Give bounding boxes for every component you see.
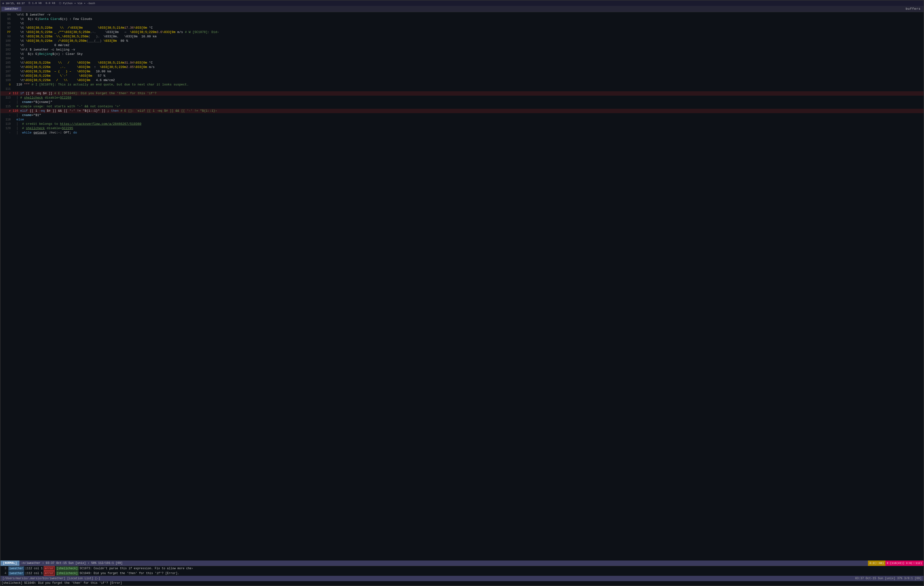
code-line-104: 104 \t bbox=[0, 56, 924, 61]
status-bar: [NORMAL] ‹n/iweather › 03:37 Oct-15 Sun … bbox=[0, 561, 924, 566]
status-warn: ö:2(↑:98) bbox=[868, 561, 885, 566]
bottom-message: [shellcheck] SC1049: Did you forget the … bbox=[0, 581, 924, 586]
loc-status-left: [/Users/marslo/.marslo/bin/iweather] [Lo… bbox=[2, 577, 100, 580]
terminal-window: ⊙ 10/15, 03:37 ⎘ 1.0 kB 0.0 kB ⎔ Python … bbox=[0, 0, 924, 586]
code-line-94: 94 \n\t $ iweather -v bbox=[0, 13, 924, 17]
buffers-label: buffers bbox=[906, 7, 922, 11]
mode-info: ⎔ Python • Vim • -bash bbox=[59, 2, 95, 5]
status-file: ‹n/iweather › 03:37 Oct-15 Sun [unix] › … bbox=[20, 561, 868, 566]
location-status-bar: [/Users/marslo/.marslo/bin/iweather] [Lo… bbox=[0, 576, 924, 581]
code-line-101: 101 \t 0 mW/cm2 bbox=[0, 43, 924, 48]
code-line-102: 102 \n\t $ iweather -c beijing -v bbox=[0, 48, 924, 52]
mem-info: ⎘ 1.0 kB bbox=[29, 2, 41, 5]
code-line-118: 118 else bbox=[0, 118, 924, 122]
code-line-95: 95 \t $(c G)Santa Clara$(c) : Few Clouds bbox=[0, 17, 924, 22]
clock: ⊙ 10/15, 03:37 bbox=[2, 2, 25, 5]
code-line-108: 108 \t\033[38;5;226m \`-' \033[0m 57 % bbox=[0, 74, 924, 78]
code-line-114: - │ cname="${cname}" bbox=[0, 100, 924, 104]
code-line-112: ✗ 112 if [[ 0 -eq $# ]] # E [SC1049]: Di… bbox=[0, 91, 924, 96]
location-item-3: 3 iweather | 112 col 1 error [shellcheck… bbox=[0, 566, 924, 571]
title-bar: ⊙ 10/15, 03:37 ⎘ 1.0 kB 0.0 kB ⎔ Python … bbox=[0, 0, 924, 6]
code-line-96: 96 \t bbox=[0, 22, 924, 26]
code-line-106: 106 \t\033[38;5;226m .-. \033[0m ↑ \033[… bbox=[0, 65, 924, 70]
code-line-117: - │ cname="$1" bbox=[0, 113, 924, 118]
code-line-121: - │ while getopts :hvc:-: OPT; do bbox=[0, 131, 924, 135]
tab-iweather[interactable]: iweather bbox=[2, 7, 21, 11]
code-line-119: 119 │ # credit belongs to https://stacko… bbox=[0, 122, 924, 126]
mem-info2: 0.0 kB bbox=[46, 2, 55, 5]
code-line-98: PP \t \033[38;5;226m _ /""\033[38;5;250m… bbox=[0, 30, 924, 35]
location-list: 3 iweather | 112 col 1 error [shellcheck… bbox=[0, 566, 924, 586]
code-view[interactable]: 94 \n\t $ iweather -v 95 \t $(c G)Santa … bbox=[0, 12, 924, 561]
code-line-97: 97 \t \033[38;5;226m \\ /\033[0m \033[38… bbox=[0, 26, 924, 30]
code-line-107: 107 \t\033[38;5;226m – ( ) – \033[0m 10.… bbox=[0, 70, 924, 74]
editor-area: iweather buffers 94 \n\t $ iweather -v bbox=[0, 6, 924, 586]
tab-bar: iweather buffers bbox=[0, 6, 924, 12]
code-line-110: ö 110 """ # I [SC1079]: This is actually… bbox=[0, 83, 924, 87]
code-line-111: 111 bbox=[0, 87, 924, 91]
code-line-116: ✗ 116 elif [[ 1 -eq $# ]] && [[ '-' != "… bbox=[0, 109, 924, 113]
status-mode: [NORMAL] bbox=[0, 561, 20, 566]
code-line-115: 115 # simple usage: not starts with '-' … bbox=[0, 104, 924, 109]
code-content: 94 \n\t $ iweather -v 95 \t $(c G)Santa … bbox=[0, 12, 924, 561]
location-item-4: 4 iweather | 112 col 1 error [shellcheck… bbox=[0, 571, 924, 576]
code-line-105: 105 \t\033[38;5;226m \\ / \033[0m \033[3… bbox=[0, 61, 924, 65]
code-line-103: 103 \t $(c G)Beijing$(c) : Clear Sky bbox=[0, 52, 924, 56]
code-line-100: 100 \t \033[38;5;226m /\033[38;5;250m(__… bbox=[0, 39, 924, 43]
code-line-99: 99 \t \033[38;5;226m \\_\033[38;5;250m( … bbox=[0, 35, 924, 39]
status-error: E:[116(#2)] ö:6(↑:112) bbox=[885, 561, 924, 566]
code-line-113: 113 │ # shellcheck disable=SC2269 bbox=[0, 96, 924, 100]
code-line-120: 120 │ # shellcheck disable=SC2295 bbox=[0, 126, 924, 131]
loc-status-right: 03:37 Oct-15 Sun [unix] 37% 3/8:1 [69] bbox=[855, 577, 922, 580]
main-editor: iweather buffers 94 \n\t $ iweather -v bbox=[0, 6, 924, 586]
code-line-109: 109 \t\033[38;5;226m / \\ \033[0m 4.6 mW… bbox=[0, 78, 924, 83]
